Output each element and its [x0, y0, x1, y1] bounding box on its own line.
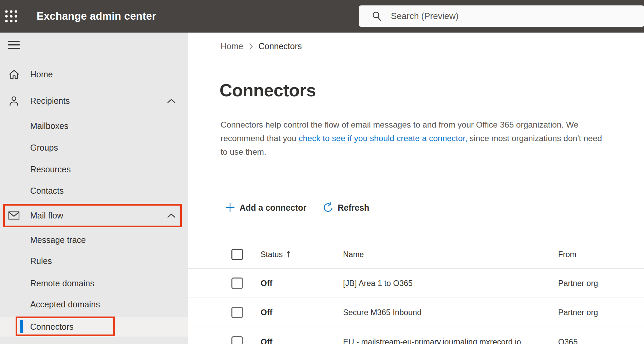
row-checkbox[interactable] — [231, 307, 243, 318]
command-bar: Add a connector Refresh — [225, 198, 369, 217]
sidebar-item-contacts[interactable]: Contacts — [0, 181, 188, 200]
refresh-icon — [322, 202, 333, 213]
create-connector-check-link[interactable]: check to see if you should create a conn… — [299, 134, 467, 143]
table-header: Status Name From — [188, 240, 644, 269]
page-description: Connectors help control the flow of emai… — [221, 118, 602, 159]
row-checkbox[interactable] — [231, 336, 243, 344]
chevron-up-icon[interactable] — [167, 99, 176, 105]
column-header-name[interactable]: Name — [343, 250, 364, 259]
sidebar-item-groups[interactable]: Groups — [0, 138, 188, 157]
column-header-status[interactable]: Status — [261, 250, 291, 259]
table-row[interactable]: Off [JB] Area 1 to O365 Partner org — [188, 269, 644, 298]
mail-icon — [8, 210, 20, 221]
page-title: Connectors — [220, 80, 316, 100]
breadcrumb-current: Connectors — [259, 41, 302, 51]
waffle-grid-icon — [4, 9, 18, 23]
left-navigation: Home Recipients Mailboxes Groups Resourc… — [0, 33, 188, 344]
sidebar-item-recipients[interactable]: Recipients — [0, 91, 188, 111]
app-title: Exchange admin center — [37, 10, 156, 22]
breadcrumb-chevron-icon — [249, 43, 253, 50]
search-icon — [372, 11, 382, 22]
sidebar-item-mailboxes[interactable]: Mailboxes — [0, 116, 188, 136]
main-content: Home Connectors Connectors Connectors he… — [188, 33, 644, 344]
sidebar-item-home[interactable]: Home — [0, 64, 188, 84]
row-checkbox[interactable] — [231, 278, 243, 289]
sidebar-item-resources[interactable]: Resources — [0, 159, 188, 179]
sidebar-item-accepted-domains[interactable]: Accepted domains — [0, 294, 188, 314]
search-input[interactable]: Search (Preview) — [359, 5, 644, 27]
sidebar-item-remote-domains[interactable]: Remote domains — [0, 273, 188, 293]
top-app-bar: Exchange admin center Search (Preview) — [0, 0, 644, 33]
sidebar-item-message-trace[interactable]: Message trace — [0, 230, 188, 250]
plus-icon — [225, 203, 235, 213]
sort-ascending-icon — [286, 250, 291, 259]
chevron-up-icon[interactable] — [167, 213, 176, 219]
search-placeholder: Search (Preview) — [391, 11, 458, 21]
select-all-checkbox[interactable] — [231, 249, 243, 260]
hamburger-menu-icon[interactable] — [8, 40, 20, 50]
person-icon — [8, 95, 20, 107]
selected-indicator — [20, 320, 23, 333]
toolbar-divider — [221, 192, 644, 192]
breadcrumb-home-link[interactable]: Home — [221, 41, 243, 51]
column-header-from[interactable]: From — [558, 250, 576, 259]
home-icon — [8, 69, 20, 80]
breadcrumb: Home Connectors — [221, 41, 302, 51]
add-connector-button[interactable]: Add a connector — [225, 203, 306, 213]
sidebar-item-connectors[interactable]: Connectors — [0, 317, 188, 337]
table-row[interactable]: Off Secure M365 Inbound Partner org — [188, 298, 644, 327]
app-launcher-icon[interactable] — [0, 0, 22, 33]
refresh-button[interactable]: Refresh — [322, 202, 369, 213]
sidebar-item-rules[interactable]: Rules — [0, 251, 188, 271]
table-row[interactable]: Off EU - mailstream-eu-primary.journalin… — [188, 327, 644, 344]
sidebar-item-mail-flow[interactable]: Mail flow — [0, 206, 188, 225]
